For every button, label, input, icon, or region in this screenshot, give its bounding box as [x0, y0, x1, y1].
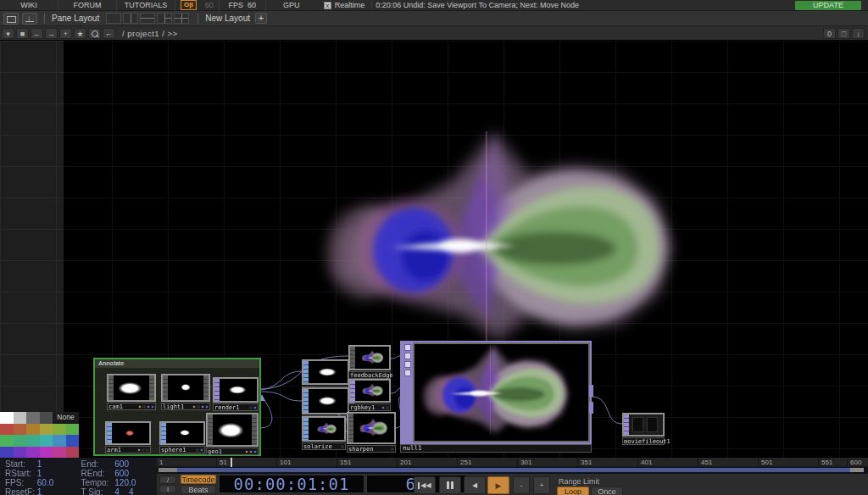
- pane-layout-preset-quad[interactable]: [174, 13, 189, 24]
- palette-swatch[interactable]: [0, 412, 14, 424]
- keys-i-button[interactable]: I: [159, 485, 176, 493]
- node-flag-dots[interactable]: [249, 406, 257, 409]
- node-flag-dots[interactable]: [192, 405, 209, 409]
- playhead[interactable]: [231, 458, 232, 467]
- collapse-down-icon[interactable]: ↓: [852, 28, 865, 39]
- pane-layout-preset-hsplit[interactable]: [140, 13, 155, 24]
- color-palette[interactable]: None: [0, 412, 80, 458]
- forward-icon[interactable]: →: [45, 28, 58, 39]
- node-flag-dots[interactable]: [196, 448, 203, 452]
- range-fill[interactable]: [177, 468, 850, 472]
- frame-decrement-button[interactable]: -: [513, 476, 530, 494]
- timeline-param-value[interactable]: 1: [37, 459, 80, 469]
- star-icon[interactable]: ★: [74, 28, 86, 39]
- pane-layout-preset-vsplit[interactable]: [123, 13, 138, 24]
- update-button[interactable]: UPDATE: [795, 1, 861, 10]
- menu-tutorials[interactable]: TUTORIALS: [117, 1, 175, 9]
- oi-toggle[interactable]: O|I: [181, 0, 197, 10]
- palette-swatch[interactable]: [66, 435, 80, 447]
- range-handle-right[interactable]: [850, 468, 864, 472]
- node-nameplate[interactable]: cam1: [107, 403, 156, 410]
- palette-swatch[interactable]: [40, 424, 53, 436]
- null1-flag-strip[interactable]: [402, 342, 413, 442]
- node-sharpen[interactable]: sharpen: [347, 412, 396, 453]
- zoom-level-button[interactable]: 0: [823, 28, 836, 39]
- node-sphere1[interactable]: sphere1: [159, 421, 205, 453]
- node-nameplate[interactable]: geo1: [206, 448, 259, 455]
- null1-output-connector[interactable]: [589, 385, 593, 397]
- rewind-to-start-button[interactable]: ◀◀: [414, 476, 436, 494]
- palette-swatch[interactable]: [66, 447, 80, 459]
- bypass-flag-icon[interactable]: [404, 353, 411, 359]
- palette-swatch[interactable]: [0, 447, 14, 459]
- null1-output-connector[interactable]: [589, 402, 593, 414]
- palette-swatch[interactable]: [40, 447, 53, 459]
- frame-increment-button[interactable]: +: [533, 476, 550, 494]
- palette-swatch[interactable]: [53, 447, 66, 459]
- timeline-range-bar[interactable]: [157, 467, 868, 474]
- chevron-down-icon[interactable]: ▾: [2, 28, 14, 39]
- realtime-checkbox[interactable]: x: [324, 2, 331, 9]
- palette-swatch[interactable]: [40, 435, 53, 447]
- window-icon[interactable]: □: [837, 28, 850, 39]
- play-button[interactable]: ▶: [487, 476, 509, 494]
- palette-swatch[interactable]: [26, 424, 40, 436]
- palette-swatch[interactable]: [14, 447, 27, 459]
- viewer-flag-icon[interactable]: [404, 344, 411, 351]
- node-solarize[interactable]: solarize: [302, 416, 346, 450]
- add-icon[interactable]: +: [59, 28, 72, 39]
- node-nameplate[interactable]: render1: [213, 403, 259, 411]
- node-light1[interactable]: light1: [161, 374, 210, 410]
- palette-swatch[interactable]: [14, 424, 27, 436]
- palette-swatch[interactable]: [66, 424, 80, 436]
- menu-forum[interactable]: FORUM: [58, 1, 116, 9]
- lock-flag-icon[interactable]: [404, 361, 411, 368]
- timeline-param-value[interactable]: 1: [37, 469, 80, 478]
- palette-swatch[interactable]: [14, 412, 27, 424]
- keys-slash-button[interactable]: /: [159, 476, 176, 484]
- play-reverse-button[interactable]: ◀: [464, 476, 486, 494]
- node-geo1[interactable]: geo1: [206, 413, 259, 455]
- timeline-ruler[interactable]: 151101151201251301351401451501551600: [157, 458, 868, 467]
- timeline-param-value[interactable]: 600: [114, 459, 157, 469]
- node-feedbackEdge[interactable]: feedbackEdge: [348, 345, 391, 379]
- node-nameplate[interactable]: light1: [161, 403, 210, 410]
- node-rgbkey1[interactable]: rgbkey1: [348, 379, 391, 411]
- palette-none-button[interactable]: None: [53, 412, 79, 424]
- node-flag-dots[interactable]: [381, 406, 389, 409]
- node-render1[interactable]: render1: [213, 377, 259, 411]
- node-nameplate[interactable]: moviefileout1: [622, 437, 665, 445]
- node-nameplate[interactable]: feedbackEdge: [348, 371, 391, 379]
- node-flag-dots[interactable]: [138, 405, 154, 409]
- node-moviefileout1[interactable]: moviefileout1: [622, 413, 665, 445]
- node-arm1[interactable]: arm1: [105, 421, 151, 453]
- node-connector-column[interactable]: [149, 375, 154, 400]
- node-flag-dots[interactable]: [137, 448, 149, 452]
- display-flag-icon[interactable]: [404, 370, 411, 376]
- search-icon[interactable]: [88, 28, 101, 39]
- node-nameplate[interactable]: solarize: [302, 442, 346, 450]
- palette-swatch[interactable]: [0, 435, 14, 447]
- loop-button[interactable]: Loop: [557, 487, 589, 495]
- timecode-mode-button[interactable]: Timecode: [181, 475, 216, 484]
- node-nameplate[interactable]: sharpen: [347, 445, 396, 453]
- beats-mode-button[interactable]: Beats: [181, 485, 216, 494]
- palette-swatch[interactable]: [26, 412, 40, 424]
- node-nameplate[interactable]: null1: [400, 444, 592, 453]
- range-handle-left[interactable]: [159, 468, 177, 472]
- node-nameplate[interactable]: sphere1: [159, 446, 205, 453]
- palette-swatch[interactable]: [26, 435, 40, 447]
- palette-swatch[interactable]: [53, 424, 66, 436]
- node-flag-dots[interactable]: [391, 448, 394, 451]
- timeline-param-value[interactable]: 60.0: [37, 478, 80, 487]
- pane-layout-preset-mixed[interactable]: [157, 13, 172, 24]
- timeline-param-value[interactable]: 4 4: [114, 487, 157, 495]
- timeline-param-value[interactable]: 120.0: [114, 478, 157, 487]
- node-flag-dots[interactable]: [245, 450, 257, 453]
- palette-swatch[interactable]: [26, 447, 40, 459]
- menu-wiki[interactable]: WIKI: [0, 1, 58, 9]
- dock-icon[interactable]: [22, 13, 37, 25]
- node-nameplate[interactable]: arm1: [105, 446, 151, 453]
- stop-icon[interactable]: ■: [16, 28, 29, 39]
- back-icon[interactable]: ←: [31, 28, 43, 39]
